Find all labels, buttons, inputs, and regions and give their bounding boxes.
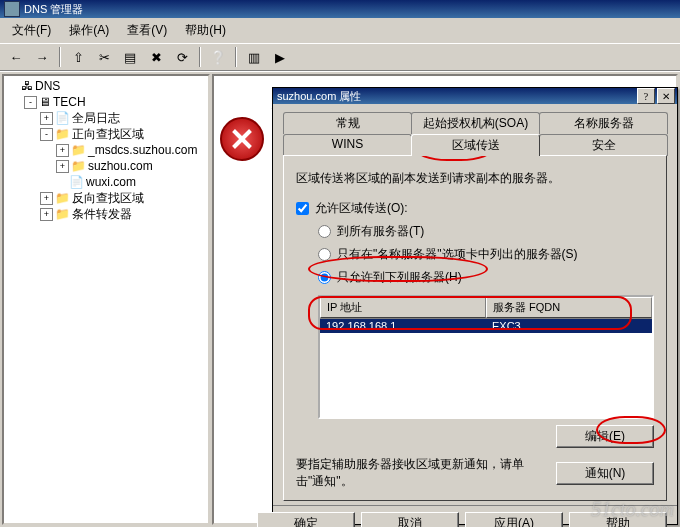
tree-item-global-log[interactable]: + 全局日志: [40, 110, 206, 126]
toolbar-separator: [199, 47, 201, 67]
server-list[interactable]: IP 地址 服务器 FQDN 192.168.168.1 EXC3: [318, 295, 654, 419]
folder-icon: [55, 190, 70, 206]
radio-listed-servers[interactable]: [318, 271, 331, 284]
radio-ns-servers[interactable]: [318, 248, 331, 261]
radio-all-servers[interactable]: [318, 225, 331, 238]
tree-expand-icon[interactable]: +: [40, 192, 53, 205]
tree-label: 反向查找区域: [72, 190, 144, 206]
zone-icon: [69, 174, 84, 190]
col-fqdn[interactable]: 服务器 FQDN: [486, 297, 652, 318]
server-icon: [39, 94, 51, 110]
radio-listed-servers-row[interactable]: 只允许到下列服务器(H): [318, 269, 654, 286]
server-list-header: IP 地址 服务器 FQDN: [320, 297, 652, 319]
tree-item-msdcs-zone[interactable]: + _msdcs.suzhou.com: [56, 142, 206, 158]
tree-item-suzhou-zone[interactable]: + suzhou.com: [56, 158, 206, 174]
context-help-button[interactable]: ?: [637, 88, 655, 104]
props-button[interactable]: ▤: [118, 45, 142, 69]
dialog-button-row: 确定 取消 应用(A) 帮助: [273, 505, 677, 527]
toolbar-separator: [59, 47, 61, 67]
close-button[interactable]: ✕: [657, 88, 675, 104]
delete-button[interactable]: ✖: [144, 45, 168, 69]
tab-wins[interactable]: WINS: [283, 134, 412, 156]
help-button[interactable]: 帮助: [569, 512, 667, 527]
folder-icon: [71, 142, 86, 158]
menubar: 文件(F) 操作(A) 查看(V) 帮助(H): [0, 18, 680, 43]
up-button[interactable]: ⇧: [66, 45, 90, 69]
tree-pane[interactable]: DNS - TECH +: [2, 74, 210, 525]
cancel-button[interactable]: 取消: [361, 512, 459, 527]
tree-item-server[interactable]: - TECH: [24, 94, 206, 110]
tab-page-zone-transfer: 区域传送将区域的副本发送到请求副本的服务器。 允许区域传送(O): 到所有服务器…: [283, 155, 667, 501]
tree-collapse-icon[interactable]: -: [40, 128, 53, 141]
toolbar: ← → ⇧ ✂ ▤ ✖ ⟳ ❔ ▥ ▶: [0, 43, 680, 71]
help-button[interactable]: ❔: [206, 45, 230, 69]
tree-item-dns-root[interactable]: DNS: [8, 78, 206, 94]
tree-item-conditional-forwarders[interactable]: + 条件转发器: [40, 206, 206, 222]
cell-ip: 192.168.168.1: [320, 319, 486, 333]
cell-fqdn: EXC3: [486, 319, 652, 333]
tree-label: 条件转发器: [72, 206, 132, 222]
tab-row-top: 常规 起始授权机构(SOA) 名称服务器: [283, 112, 667, 134]
radio-label: 只有在"名称服务器"选项卡中列出的服务器(S): [337, 246, 578, 263]
radio-label: 到所有服务器(T): [337, 223, 424, 240]
tree-label: TECH: [53, 94, 86, 110]
col-ip[interactable]: IP 地址: [320, 297, 486, 318]
ok-button[interactable]: 确定: [257, 512, 355, 527]
folder-icon: [55, 206, 70, 222]
folder-icon: [71, 158, 86, 174]
tree-expand-icon[interactable]: +: [40, 208, 53, 221]
cut-button[interactable]: ✂: [92, 45, 116, 69]
tree-label: _msdcs.suzhou.com: [88, 142, 197, 158]
refresh-button[interactable]: ⟳: [170, 45, 194, 69]
notify-description: 要指定辅助服务器接收区域更新通知，请单击"通知"。: [296, 456, 548, 490]
tree-item-forward-zones[interactable]: - 正向查找区域: [40, 126, 206, 142]
tree-label: 正向查找区域: [72, 126, 144, 142]
tree-collapse-icon[interactable]: -: [24, 96, 37, 109]
tab-ns[interactable]: 名称服务器: [539, 112, 668, 134]
notify-button[interactable]: 通知(N): [556, 462, 654, 485]
error-icon: [220, 117, 264, 161]
menu-file[interactable]: 文件(F): [4, 20, 59, 41]
menu-help[interactable]: 帮助(H): [177, 20, 234, 41]
tree-label: DNS: [35, 78, 60, 94]
radio-ns-servers-row[interactable]: 只有在"名称服务器"选项卡中列出的服务器(S): [318, 246, 654, 263]
app-title: DNS 管理器: [24, 2, 83, 17]
tree-item-wuxi-zone[interactable]: wuxi.com: [56, 174, 206, 190]
tab-soa[interactable]: 起始授权机构(SOA): [411, 112, 540, 134]
nav-back-button[interactable]: ←: [4, 45, 28, 69]
filter-button[interactable]: ▥: [242, 45, 266, 69]
main-titlebar: DNS 管理器: [0, 0, 680, 18]
allow-transfer-label: 允许区域传送(O):: [315, 200, 408, 217]
radio-label: 只允许到下列服务器(H): [337, 269, 462, 286]
menu-view[interactable]: 查看(V): [119, 20, 175, 41]
tree-expand-icon[interactable]: +: [40, 112, 53, 125]
edit-button[interactable]: 编辑(E): [556, 425, 654, 448]
allow-transfer-checkbox[interactable]: [296, 202, 309, 215]
toolbar-separator: [235, 47, 237, 67]
apply-button[interactable]: 应用(A): [465, 512, 563, 527]
tree-expand-icon[interactable]: +: [56, 144, 69, 157]
app-icon: [4, 1, 20, 17]
tab-row-bottom: WINS 区域传送 安全: [283, 134, 667, 156]
tab-general[interactable]: 常规: [283, 112, 412, 134]
folder-icon: [55, 126, 70, 142]
zone-properties-dialog: suzhou.com 属性 ? ✕ 常规 起始授权机构(SOA) 名称服务器 W…: [272, 87, 678, 525]
menu-action[interactable]: 操作(A): [61, 20, 117, 41]
radio-all-servers-row[interactable]: 到所有服务器(T): [318, 223, 654, 240]
run-button[interactable]: ▶: [268, 45, 292, 69]
tree-item-reverse-zones[interactable]: + 反向查找区域: [40, 190, 206, 206]
tab-zone-transfer[interactable]: 区域传送: [411, 134, 540, 156]
dialog-title-text: suzhou.com 属性: [277, 89, 361, 104]
server-list-row[interactable]: 192.168.168.1 EXC3: [320, 319, 652, 333]
tree-label: wuxi.com: [86, 174, 136, 190]
tree-label: 全局日志: [72, 110, 120, 126]
nav-forward-button[interactable]: →: [30, 45, 54, 69]
tree-label: suzhou.com: [88, 158, 153, 174]
tab-security[interactable]: 安全: [539, 134, 668, 156]
tree-expand-icon[interactable]: +: [56, 160, 69, 173]
allow-transfer-checkbox-row[interactable]: 允许区域传送(O):: [296, 200, 654, 217]
log-icon: [55, 110, 70, 126]
dns-icon: [21, 78, 33, 94]
dialog-titlebar: suzhou.com 属性 ? ✕: [273, 88, 677, 104]
transfer-description: 区域传送将区域的副本发送到请求副本的服务器。: [296, 170, 654, 187]
